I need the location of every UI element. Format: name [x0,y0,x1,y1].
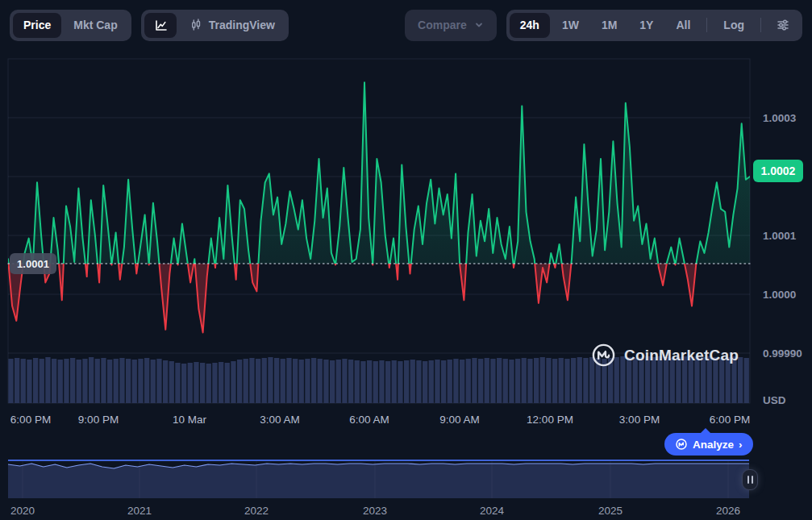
year-label: 2026 [716,505,740,517]
x-axis-label: 6:00 PM [710,414,750,426]
tab-price[interactable]: Price [13,13,61,38]
tradingview-button[interactable]: TradingView [178,13,285,38]
analyze-logo-icon [675,438,688,451]
line-chart-button[interactable] [144,13,177,38]
watermark-text: CoinMarketCap [624,347,739,364]
chart-style-toggle: TradingView [141,10,289,41]
y-axis-label: USD [763,394,786,406]
divider [706,18,707,32]
cmc-price-chart-page: Price Mkt Cap TradingView Com [0,0,812,520]
range-selector: 24h1W1M1YAll Log [506,10,802,41]
x-axis-label: 6:00 AM [349,414,389,426]
analyze-button[interactable]: Analyze › [664,433,753,456]
candlestick-icon [189,18,203,32]
range-1m[interactable]: 1M [591,13,627,38]
range-all[interactable]: All [665,13,701,38]
chart-toolbar: Price Mkt Cap TradingView Com [10,9,802,41]
y-axis-label: 0.99990 [763,347,802,360]
x-axis-label: 3:00 PM [619,414,660,426]
divider [760,18,761,32]
year-label: 2024 [480,505,504,517]
y-axis-label: 1.0003 [763,112,796,124]
year-label: 2023 [363,505,387,517]
chevron-down-icon [474,20,484,30]
x-axis-label: 9:00 PM [78,414,119,426]
analyze-bubble-tail [700,428,711,434]
line-chart-icon [153,18,168,32]
chart-settings-button[interactable] [767,13,799,38]
range-1y[interactable]: 1Y [629,13,664,38]
range-1w[interactable]: 1W [552,13,589,38]
tab-mkt-cap[interactable]: Mkt Cap [63,13,127,38]
analyze-chevron: › [739,439,743,451]
year-label: 2025 [598,505,623,517]
range-24h[interactable]: 24h [510,13,550,38]
current-price-badge: 1.0002 [753,160,803,182]
log-toggle[interactable]: Log [713,13,755,38]
compare-label: Compare [418,19,467,31]
chart-type-toggle: Price Mkt Cap [10,10,131,41]
x-axis-label: 12:00 PM [527,414,573,426]
analyze-label: Analyze [693,439,734,451]
threshold-price-badge: 1.0001 [10,253,56,274]
y-axis-label: 1.0001 [763,230,796,242]
x-axis-label: 3:00 AM [260,414,300,426]
year-label: 2022 [244,505,269,517]
x-axis-label: 10 Mar [173,414,206,426]
watermark: CoinMarketCap [591,343,739,368]
compare-button[interactable]: Compare [405,10,497,41]
tradingview-label: TradingView [209,19,275,31]
navigator-handle[interactable] [742,469,758,490]
year-label: 2021 [127,505,152,517]
year-label: 2020 [10,505,35,517]
x-axis-label: 6:00 PM [10,414,51,426]
sliders-icon [776,18,790,32]
coinmarketcap-logo-icon [591,343,616,368]
y-axis-label: 1.0000 [763,289,796,301]
x-axis-label: 9:00 AM [439,414,480,426]
